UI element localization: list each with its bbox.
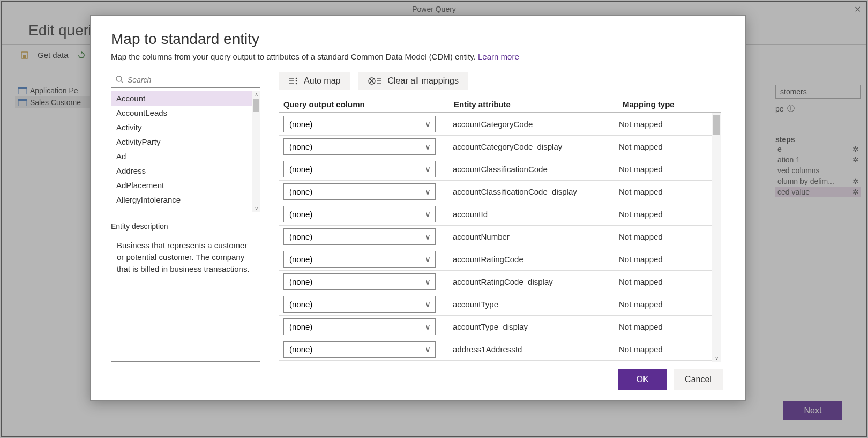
entity-item[interactable]: AccountLeads (111, 106, 260, 120)
scroll-down-icon[interactable]: ∨ (255, 205, 258, 212)
mapping-type: Not mapped (619, 322, 663, 331)
scroll-up-icon[interactable]: ∧ (255, 91, 258, 99)
mapping-rows: (none)∨ accountCategoryCode Not mapped (… (279, 113, 721, 362)
clear-icon (368, 77, 382, 85)
entity-description-label: Entity description (111, 222, 260, 231)
entity-item[interactable]: AllergyIntolerance (111, 192, 260, 207)
svg-line-7 (121, 81, 123, 83)
scroll-thumb[interactable] (713, 115, 720, 135)
dialog-description: Map the columns from your query output t… (111, 52, 725, 61)
entity-attribute: accountRatingCode_display (453, 277, 619, 286)
mapping-row: (none)∨ accountNumber Not mapped (279, 226, 721, 248)
entity-attribute: accountNumber (453, 232, 619, 241)
mapping-row: (none)∨ accountCategoryCode Not mapped (279, 113, 721, 136)
entity-scrollbar[interactable]: ∧ ∨ (252, 91, 260, 212)
query-column-dropdown[interactable]: (none)∨ (283, 138, 436, 155)
mapping-type: Not mapped (619, 120, 663, 129)
entity-item[interactable]: Ad (111, 149, 260, 164)
query-column-dropdown[interactable]: (none)∨ (283, 341, 436, 358)
mapping-row: (none)∨ accountRatingCode Not mapped (279, 248, 721, 271)
chevron-down-icon: ∨ (425, 165, 431, 174)
mapping-row: (none)∨ address1AddressId Not mapped (279, 338, 721, 361)
entity-item[interactable]: AdPlacement (111, 178, 260, 192)
mapping-row: (none)∨ accountCategoryCode_display Not … (279, 136, 721, 158)
mapping-row: (none)∨ accountRatingCode_display Not ma… (279, 271, 721, 293)
learn-more-link[interactable]: Learn more (478, 52, 519, 61)
scroll-down-icon[interactable]: ∨ (715, 355, 719, 361)
map-to-standard-entity-dialog: Map to standard entity Map the columns f… (90, 15, 746, 401)
mapping-row: (none)∨ accountClassificationCode Not ma… (279, 158, 721, 181)
mapping-type: Not mapped (619, 187, 663, 196)
svg-point-13 (296, 83, 297, 85)
entity-search-input[interactable] (111, 72, 260, 88)
mapping-type: Not mapped (619, 345, 663, 354)
header-query-output: Query output column (283, 100, 454, 109)
query-column-dropdown[interactable]: (none)∨ (283, 251, 436, 268)
mapping-table-header: Query output column Entity attribute Map… (279, 98, 721, 113)
chevron-down-icon: ∨ (425, 345, 431, 354)
query-column-dropdown[interactable]: (none)∨ (283, 183, 436, 200)
chevron-down-icon: ∨ (425, 232, 431, 242)
query-column-dropdown[interactable]: (none)∨ (283, 318, 436, 335)
cancel-button[interactable]: Cancel (674, 369, 723, 390)
mapping-scrollbar[interactable]: ∨ (712, 113, 721, 362)
entity-attribute: accountCategoryCode_display (453, 142, 619, 151)
mapping-type: Not mapped (619, 142, 663, 151)
entity-attribute: accountType_display (453, 322, 619, 331)
header-entity-attribute: Entity attribute (454, 100, 623, 109)
mapping-type: Not mapped (619, 232, 663, 241)
entity-attribute: accountCategoryCode (453, 120, 619, 129)
entity-attribute: accountClassificationCode_display (453, 187, 619, 196)
query-column-dropdown[interactable]: (none)∨ (283, 273, 436, 290)
mapping-type: Not mapped (619, 277, 663, 286)
dialog-footer: OK Cancel (91, 362, 745, 400)
chevron-down-icon: ∨ (425, 300, 431, 309)
chevron-down-icon: ∨ (425, 187, 431, 197)
search-icon (115, 75, 124, 84)
svg-point-12 (296, 80, 297, 82)
chevron-down-icon: ∨ (425, 322, 431, 332)
scroll-thumb[interactable] (253, 99, 259, 112)
query-column-dropdown[interactable]: (none)∨ (283, 161, 436, 177)
entity-attribute: accountRatingCode (453, 255, 619, 264)
entity-item[interactable]: Address (111, 164, 260, 178)
entity-description-box: Business that represents a customer or p… (111, 234, 260, 362)
mapping-row: (none)∨ accountType_display Not mapped (279, 316, 721, 338)
chevron-down-icon: ∨ (425, 255, 431, 264)
clear-all-mappings-button[interactable]: Clear all mappings (358, 72, 468, 90)
query-column-dropdown[interactable]: (none)∨ (283, 296, 436, 313)
mapping-type: Not mapped (619, 255, 663, 264)
svg-point-11 (296, 78, 297, 79)
mapping-type: Not mapped (619, 210, 663, 219)
dialog-title: Map to standard entity (111, 31, 725, 48)
entity-attribute: accountId (453, 210, 619, 219)
entity-item[interactable]: Activity (111, 120, 260, 135)
entity-attribute: address1AddressId (453, 345, 619, 354)
entity-item-account[interactable]: Account (111, 91, 260, 106)
header-mapping-type: Mapping type (623, 100, 721, 109)
ok-button[interactable]: OK (618, 369, 667, 390)
mapping-row: (none)∨ accountType Not mapped (279, 293, 721, 316)
entity-item[interactable]: ActivityParty (111, 135, 260, 149)
mapping-row: (none)∨ accountClassificationCode_displa… (279, 181, 721, 203)
mapping-type: Not mapped (619, 300, 663, 309)
query-column-dropdown[interactable]: (none)∨ (283, 228, 436, 245)
auto-map-button[interactable]: Auto map (279, 72, 350, 90)
mapping-type: Not mapped (619, 165, 663, 174)
auto-map-icon (289, 77, 298, 85)
entity-attribute: accountClassificationCode (453, 165, 619, 174)
chevron-down-icon: ∨ (425, 120, 431, 129)
entity-list[interactable]: Account AccountLeads Activity ActivityPa… (111, 91, 260, 212)
mapping-row: (none)∨ accountId Not mapped (279, 203, 721, 226)
entity-attribute: accountType (453, 300, 619, 309)
chevron-down-icon: ∨ (425, 142, 431, 152)
query-column-dropdown[interactable]: (none)∨ (283, 206, 436, 222)
chevron-down-icon: ∨ (425, 277, 431, 287)
svg-point-6 (116, 76, 122, 81)
chevron-down-icon: ∨ (425, 210, 431, 219)
query-column-dropdown[interactable]: (none)∨ (283, 116, 436, 132)
